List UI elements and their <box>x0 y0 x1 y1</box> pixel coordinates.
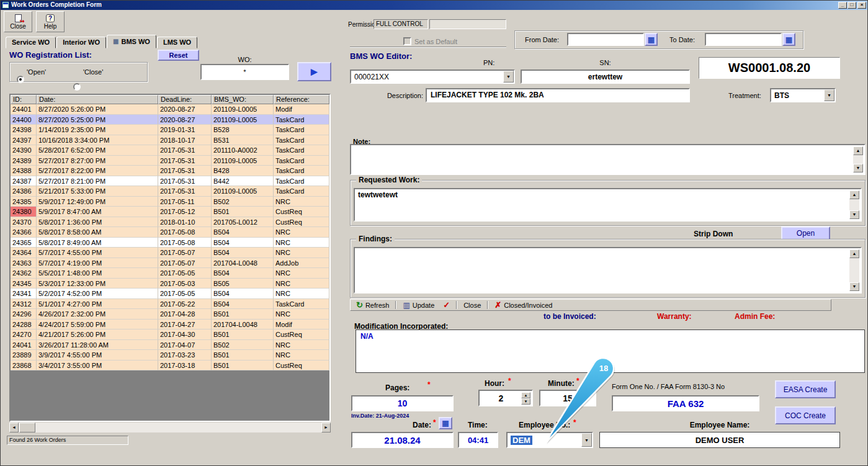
table-row[interactable]: 243415/2/2017 4:52:00 PM2017-05-05B504NR… <box>11 289 329 299</box>
table-row[interactable]: 243665/8/2017 8:58:00 AM2017-05-08B504NR… <box>11 227 329 238</box>
table-cell-bms: B501 <box>212 350 274 361</box>
date-field[interactable]: 21.08.24 <box>351 432 454 448</box>
column-header[interactable]: BMS_WO: <box>212 95 274 104</box>
table-row[interactable]: 242964/26/2017 2:32:00 PM2017-04-28B501N… <box>11 309 329 320</box>
tab-interior-wo[interactable]: Interior WO <box>56 37 106 48</box>
set-default-checkbox[interactable] <box>403 37 411 45</box>
table-cell-date: 4/24/2017 5:59:00 PM <box>37 320 158 330</box>
divider <box>395 301 396 309</box>
note-textarea[interactable]: ▲ ▼ <box>350 144 866 175</box>
maximize-button[interactable]: □ <box>848 2 856 9</box>
table-row[interactable]: 243875/27/2017 8:21:00 PM2017-05-31B442T… <box>11 176 329 187</box>
chevron-down-icon[interactable]: ▼ <box>824 89 834 101</box>
table-row[interactable]: 243455/3/2017 12:33:00 PM2017-05-03B505N… <box>11 279 329 289</box>
strip-down-label: Strip Down <box>694 230 733 238</box>
reset-button[interactable]: Reset <box>158 50 199 61</box>
column-header[interactable]: ID: <box>11 95 37 104</box>
table-cell-deadline: 2017-04-27 <box>158 320 212 330</box>
scroll-down-icon[interactable]: ▼ <box>849 282 859 291</box>
table-row[interactable]: 244018/27/2020 5:26:00 PM2020-08-2720110… <box>11 104 329 115</box>
from-date-calendar-button[interactable]: ▦ <box>645 33 658 46</box>
time-field[interactable]: 04:41 <box>458 432 498 448</box>
close-button[interactable]: ↪ Close <box>4 11 32 32</box>
close-window-button[interactable]: × <box>857 2 866 9</box>
table-cell-bms: B504 <box>212 248 274 258</box>
spin-up-icon[interactable]: ▲ <box>521 392 530 398</box>
pn-combobox[interactable]: 000021XX ▼ <box>350 69 515 84</box>
open-button[interactable]: Open <box>781 226 830 240</box>
search-go-button[interactable]: ► <box>297 62 331 81</box>
table-row[interactable]: 243865/21/2017 5:33:00 PM2017-05-3120110… <box>11 186 329 197</box>
scroll-down-icon[interactable]: ▼ <box>853 164 863 173</box>
scroll-up-icon[interactable]: ▲ <box>853 146 863 155</box>
table-row[interactable]: 238683/4/2017 3:55:00 PM2017-03-18B501Cu… <box>11 361 329 371</box>
table-row[interactable]: 238893/9/2017 4:55:00 PM2017-03-23B501NR… <box>11 350 329 361</box>
minimize-button[interactable]: _ <box>838 2 847 9</box>
table-cell-bms: 201109-L0005 <box>212 115 274 125</box>
table-row[interactable]: 244008/27/2020 5:25:00 PM2020-08-2720110… <box>11 115 329 125</box>
findings-vscrollbar[interactable]: ▲ ▼ <box>849 249 859 291</box>
table-row[interactable]: 243855/9/2017 12:49:00 PM2017-05-11B502N… <box>11 197 329 207</box>
from-date-input[interactable] <box>567 33 644 46</box>
requested-work-textarea[interactable]: tewtwetewt ▲ ▼ <box>354 188 862 222</box>
findings-textarea[interactable]: ▲ ▼ <box>354 247 862 293</box>
to-date-calendar-button[interactable]: ▦ <box>782 33 795 46</box>
scroll-down-icon[interactable]: ▼ <box>849 210 859 219</box>
update-button[interactable]: ▥ Update <box>398 300 439 310</box>
table-row[interactable]: 243655/8/2017 8:49:00 AM2017-05-08B504NR… <box>11 238 329 248</box>
note-vscrollbar[interactable]: ▲ ▼ <box>853 146 863 173</box>
description-field[interactable]: LIFEJACKET TYPE 102 Mk. 2BA <box>426 88 690 102</box>
scroll-up-icon[interactable]: ▲ <box>849 249 859 258</box>
refresh-button[interactable]: ↻ Refresh <box>352 300 393 310</box>
table-row[interactable]: 243885/27/2017 8:22:00 PM2017-05-31B428T… <box>11 166 329 176</box>
table-row[interactable]: 243645/7/2017 4:55:00 PM2017-05-07B504NR… <box>11 248 329 258</box>
table-cell-deadline: 2017-05-31 <box>158 176 212 187</box>
date-calendar-button[interactable]: ▦ <box>439 417 452 429</box>
open-radio[interactable] <box>17 76 24 83</box>
closed-invoiced-button[interactable]: ✗ Closed/Invoiced <box>490 300 557 310</box>
tab-service-wo[interactable]: Service WO <box>6 37 56 48</box>
sn-field[interactable]: ertewttew <box>521 69 690 84</box>
table-row[interactable]: 2439710/16/2018 3:34:00 PM2018-10-17B531… <box>11 135 329 146</box>
column-header[interactable]: Date: <box>37 95 158 104</box>
scroll-right-icon[interactable]: ► <box>321 423 331 432</box>
scroll-left-icon[interactable]: ◄ <box>9 423 19 432</box>
requested-work-vscrollbar[interactable]: ▲ ▼ <box>849 190 859 219</box>
hour-stepper[interactable]: 2 ▲ ▼ <box>478 390 533 406</box>
close-wo-button[interactable]: Close <box>459 300 485 310</box>
table-row[interactable]: 243125/1/2017 4:27:00 PM2017-05-22B504Ta… <box>11 299 329 310</box>
tab-lms-wo[interactable]: LMS WO <box>157 37 197 48</box>
table-row[interactable]: 243635/7/2017 4:19:00 PM2017-05-07201704… <box>11 258 329 269</box>
spin-down-icon[interactable]: ▼ <box>521 398 530 405</box>
to-date-input[interactable] <box>705 33 782 46</box>
easa-create-button[interactable]: EASA Create <box>775 380 836 398</box>
table-cell-deadline: 2017-05-05 <box>158 289 212 299</box>
treatment-combobox[interactable]: BTS ▼ <box>770 88 836 102</box>
table-row[interactable]: 243705/8/2017 1:36:00 PM2018-01-10201705… <box>11 217 329 228</box>
close-radio[interactable] <box>73 83 81 91</box>
form-one-field[interactable]: FAA 632 <box>612 395 759 411</box>
hscroll-thumb[interactable] <box>19 423 35 432</box>
table-row[interactable]: 243895/27/2017 8:27:00 PM2017-05-3120110… <box>11 156 329 166</box>
commit-check-button[interactable]: ✓ <box>439 300 454 310</box>
column-header[interactable]: DeadLine: <box>158 95 212 104</box>
pages-field[interactable]: 10 <box>351 395 454 411</box>
chevron-down-icon[interactable]: ▼ <box>503 71 514 83</box>
table-cell-id: 24288 <box>11 320 37 330</box>
help-button[interactable]: ? Help <box>36 11 65 32</box>
table-row[interactable]: 242884/24/2017 5:59:00 PM2017-04-2720170… <box>11 320 329 330</box>
table-row[interactable]: 242704/21/2017 5:26:00 PM2017-04-30B501C… <box>11 329 329 340</box>
wo-search-input[interactable]: * <box>200 64 289 80</box>
table-row[interactable]: 240413/26/2017 11:28:00 AM2017-04-07B502… <box>11 340 329 351</box>
table-hscrollbar[interactable]: ◄ ► <box>9 423 331 432</box>
hour-spin-buttons[interactable]: ▲ ▼ <box>521 392 530 404</box>
table-cell-bms: 201704-L0048 <box>212 320 274 330</box>
tab-bms-wo[interactable]: ▦ BMS WO <box>107 35 156 48</box>
table-row[interactable]: 243905/28/2017 6:52:00 PM2017-05-3120111… <box>11 145 329 156</box>
column-header[interactable]: Reference: <box>274 95 329 104</box>
table-row[interactable]: 243625/5/2017 1:48:00 PM2017-05-05B504NR… <box>11 268 329 279</box>
scroll-up-icon[interactable]: ▲ <box>849 190 859 199</box>
table-row[interactable]: 243981/14/2019 2:35:00 PM2019-01-31B528T… <box>11 125 329 135</box>
table-row[interactable]: 243805/9/2017 8:47:00 AM2017-05-12B501Cu… <box>11 207 329 217</box>
window-icon <box>2 2 9 8</box>
